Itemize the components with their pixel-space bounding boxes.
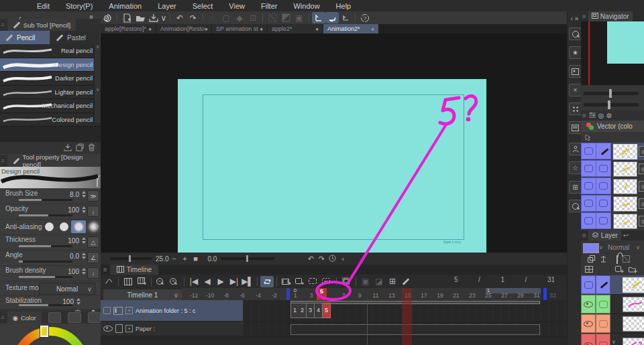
doc-tab[interactable]: SP animation st● [212, 24, 267, 33]
stepper[interactable] [82, 191, 86, 198]
menu-view[interactable]: View [229, 2, 245, 10]
cel-row-1[interactable]: ◎ [581, 143, 644, 160]
layer-row-salmon[interactable] [581, 314, 644, 334]
track-animation-folder[interactable]: + Animation folder : 5 : c 1 2 3 4 5 [101, 300, 567, 322]
zoom-out-timeline-icon[interactable]: − [154, 276, 168, 287]
aa-medium-button[interactable] [71, 220, 86, 233]
collapse-icon[interactable]: ∨ [612, 339, 616, 345]
stepper[interactable] [82, 253, 86, 259]
onion-tab-icon[interactable]: ◎ [598, 112, 604, 119]
specify-cel-icon[interactable] [307, 276, 320, 287]
doc-tab-active[interactable]: Animation2*● [323, 24, 378, 33]
cel-edit-2[interactable] [596, 160, 611, 177]
doc-tab[interactable]: apple2*● [268, 24, 323, 33]
expand-icon[interactable]: + [125, 325, 133, 332]
brush-row-colored-pencil[interactable]: Colored pencil [0, 113, 101, 127]
timeline-ruler[interactable]: -14 -12 -10 -8 -6 -4 -2 0 1 3 5 5 7 9 11… [181, 288, 567, 300]
opacity-dynamics-button[interactable]: ↓ [87, 206, 99, 217]
blend-mode-dropdown[interactable]: Normal [608, 244, 629, 251]
color-panel-tab[interactable]: ◉ Color [7, 312, 42, 324]
hue-ring[interactable] [12, 327, 89, 345]
cel-settings-icon[interactable]: ⊞ [386, 276, 399, 287]
reference-layer-icon[interactable] [600, 255, 607, 264]
brush-row-mechanical-pencil[interactable]: Mechanical pencil [0, 99, 101, 113]
duplicate-subtool-icon[interactable] [76, 143, 84, 153]
prev-frame-button[interactable]: ◀ [201, 276, 214, 287]
zoom-in-timeline-icon[interactable]: + [168, 276, 181, 287]
layer-tab[interactable]: Layer [588, 230, 621, 240]
stepper[interactable] [82, 237, 86, 244]
stepper[interactable] [82, 268, 86, 275]
navigator-tab[interactable]: Navigator [588, 11, 633, 21]
aa-dropdown-icon[interactable]: ∨ [95, 223, 99, 230]
panel-menu-icon[interactable]: ≡ [582, 232, 586, 239]
track-paper[interactable]: + Paper : [101, 322, 567, 336]
cel-thumb-1[interactable] [613, 144, 637, 159]
quick-zoom-icon[interactable] [569, 27, 582, 40]
rotate-ccw-icon[interactable]: ↶ [305, 255, 316, 263]
go-end-button[interactable]: ▶▌ [241, 276, 254, 287]
cel-thumb-3[interactable] [613, 179, 637, 194]
start-marker[interactable] [286, 288, 290, 300]
tab-pastel[interactable]: Pastel [50, 31, 100, 44]
zoom-in-button[interactable]: + [179, 255, 190, 263]
register-icon[interactable]: ◎ [639, 198, 644, 209]
menu-help[interactable]: Help [336, 2, 352, 10]
register-icon[interactable]: ◎ [639, 146, 644, 157]
status-collapse-icon[interactable]: ‹ [337, 255, 348, 263]
tool-property-tab[interactable]: Tool property [Design pencil] [7, 155, 101, 167]
layer-edit[interactable] [596, 275, 610, 294]
panel-menu-icon[interactable]: ≡ [582, 112, 586, 119]
register-icon[interactable]: ◎ [639, 216, 644, 226]
cel-check-5[interactable] [581, 212, 596, 229]
cel-edit-5[interactable] [596, 212, 611, 229]
stack-tab-icon[interactable]: ⊜ [606, 112, 612, 119]
snap-grid-icon[interactable] [339, 12, 352, 23]
help-icon[interactable]: ? [358, 12, 372, 23]
menu-layer[interactable]: Layer [158, 2, 176, 10]
rotation-slider[interactable] [221, 257, 274, 260]
layer-check[interactable] [596, 334, 610, 345]
timeline-tab[interactable]: Timeline [110, 265, 158, 275]
layer-row-red[interactable]: ∨ [581, 334, 644, 345]
panel-menu-icon[interactable]: ≡ [1, 158, 5, 164]
cel-row-4[interactable]: ◎ [581, 195, 644, 212]
material-pose-panel-icon[interactable] [569, 143, 582, 155]
delete-subtool-icon[interactable] [88, 143, 95, 153]
layer-list-icon[interactable] [585, 266, 593, 274]
snap-special-ruler-icon[interactable] [325, 12, 339, 23]
brush-size-dynamics-button[interactable]: ≫ [87, 190, 99, 202]
lock-icon[interactable] [97, 179, 98, 186]
material-pattern-panel-icon[interactable] [569, 102, 582, 115]
material-grid-panel-icon[interactable]: ⊞ [569, 181, 582, 194]
layer-visible[interactable] [581, 295, 596, 314]
select-rect-icon[interactable]: ▢ [219, 12, 233, 23]
layer-type-row[interactable]: Vector (colo [581, 121, 644, 132]
canvas-page[interactable]: Apple 1 story [178, 79, 486, 253]
opacity-slider[interactable] [19, 214, 72, 216]
brush-density-slider[interactable] [19, 276, 72, 278]
layer-thumb[interactable] [623, 338, 644, 345]
deselect-icon[interactable] [266, 12, 279, 23]
material-search-panel-icon[interactable] [569, 200, 582, 212]
graph-editor-icon[interactable] [102, 276, 115, 287]
canvas-viewport[interactable]: Apple 1 story [101, 33, 567, 253]
register-icon[interactable]: ◎ [639, 181, 644, 192]
strip-collapse-icon[interactable]: ‹ » [569, 13, 580, 24]
next-frame-button[interactable]: ▶| [227, 276, 241, 287]
aa-weak-button[interactable] [56, 220, 71, 233]
undo-icon[interactable]: ↶ [173, 12, 186, 23]
save-icon[interactable] [147, 12, 160, 23]
reset-view-icon[interactable] [327, 255, 337, 263]
cel-row-5[interactable]: ◎ [581, 212, 644, 230]
cel-5-current[interactable]: 5 [323, 303, 331, 318]
menu-edit[interactable]: Edit [37, 2, 50, 10]
menu-story[interactable]: Story(P) [66, 2, 93, 10]
timeline-list-icon[interactable] [121, 276, 135, 287]
material-star2-panel-icon[interactable]: ☆ [569, 161, 582, 174]
tab-pencil[interactable]: Pencil [0, 31, 50, 44]
new-cel-icon[interactable] [293, 276, 307, 287]
stepper[interactable] [82, 206, 86, 213]
play-button[interactable]: ▶ [214, 276, 227, 287]
specify-cel2-icon[interactable] [320, 276, 333, 287]
